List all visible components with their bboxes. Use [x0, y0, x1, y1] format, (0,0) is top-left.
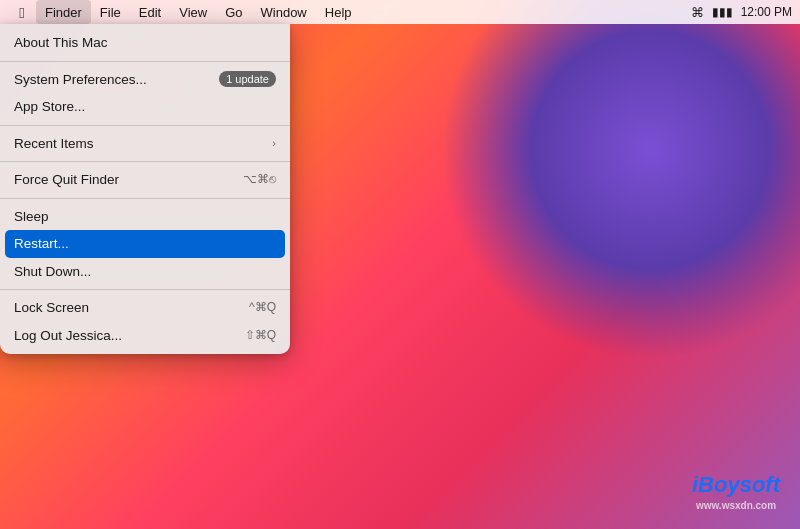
- watermark-boysoft-text: Boysoft: [698, 472, 780, 497]
- menu-item-app-store[interactable]: App Store...: [0, 93, 290, 121]
- menu-item-log-out[interactable]: Log Out Jessica... ⇧⌘Q: [0, 322, 290, 350]
- menu-separator-3: [0, 161, 290, 162]
- apple-logo-icon: : [19, 4, 24, 21]
- menu-separator-2: [0, 125, 290, 126]
- log-out-shortcut: ⇧⌘Q: [245, 328, 276, 344]
- apple-menu-button[interactable]: : [8, 0, 36, 24]
- apple-dropdown-menu: About This Mac System Preferences... 1 u…: [0, 24, 290, 354]
- menubar-finder[interactable]: Finder: [36, 0, 91, 24]
- menu-item-recent-items[interactable]: Recent Items ›: [0, 130, 290, 158]
- force-quit-shortcut: ⌥⌘⎋: [243, 172, 276, 188]
- menubar-right-items: ⌘ ▮▮▮ 12:00 PM: [691, 5, 792, 20]
- menubar-view[interactable]: View: [170, 0, 216, 24]
- wifi-icon[interactable]: ⌘: [691, 5, 704, 20]
- menu-item-sleep[interactable]: Sleep: [0, 203, 290, 231]
- menubar:  Finder File Edit View Go Window Help ⌘…: [0, 0, 800, 24]
- menu-item-about-this-mac[interactable]: About This Mac: [0, 29, 290, 57]
- battery-icon: ▮▮▮: [712, 5, 733, 19]
- clock-display: 12:00 PM: [741, 5, 792, 19]
- menu-item-shut-down[interactable]: Shut Down...: [0, 258, 290, 286]
- menubar-help[interactable]: Help: [316, 0, 361, 24]
- system-preferences-badge: 1 update: [219, 71, 276, 87]
- lock-screen-shortcut: ^⌘Q: [249, 300, 276, 316]
- menu-item-force-quit-finder[interactable]: Force Quit Finder ⌥⌘⎋: [0, 166, 290, 194]
- menu-item-system-preferences[interactable]: System Preferences... 1 update: [0, 66, 290, 94]
- iboysoft-watermark: iBoysoft www.wsxdn.com: [692, 472, 780, 511]
- menubar-window[interactable]: Window: [252, 0, 316, 24]
- menu-separator-5: [0, 289, 290, 290]
- watermark-site: www.wsxdn.com: [692, 500, 780, 511]
- menu-item-restart[interactable]: Restart...: [5, 230, 285, 258]
- menubar-edit[interactable]: Edit: [130, 0, 170, 24]
- recent-items-chevron-icon: ›: [272, 136, 276, 150]
- menubar-file[interactable]: File: [91, 0, 130, 24]
- menu-item-lock-screen[interactable]: Lock Screen ^⌘Q: [0, 294, 290, 322]
- menu-separator-4: [0, 198, 290, 199]
- menu-separator-1: [0, 61, 290, 62]
- menubar-go[interactable]: Go: [216, 0, 251, 24]
